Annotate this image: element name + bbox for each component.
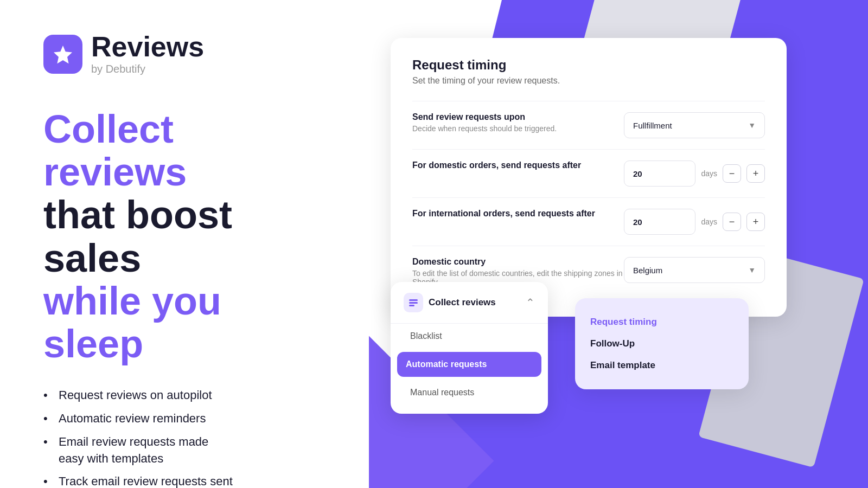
international-stepper-row: 20 days − + [624, 209, 765, 235]
form-control-trigger: Fullfillment ▼ [624, 112, 765, 138]
trigger-dropdown-arrow: ▼ [748, 121, 756, 130]
menu-item-automatic[interactable]: Automatic requests [397, 352, 541, 377]
country-dropdown[interactable]: Belgium ▼ [624, 257, 765, 283]
svg-rect-2 [409, 302, 418, 304]
trigger-dropdown-value: Fullfillment [633, 121, 672, 130]
domestic-minus-btn[interactable]: − [723, 164, 741, 183]
ui-area: Request timing Set the timing of your re… [358, 33, 868, 488]
form-control-country: Belgium ▼ [624, 257, 765, 283]
logo-text-block: Reviews by Debutify [91, 33, 204, 75]
form-control-domestic: 20 days − + [624, 160, 765, 187]
form-control-international: 20 days − + [624, 209, 765, 235]
menu-item-blacklist[interactable]: Blacklist [397, 324, 541, 349]
international-plus-btn[interactable]: + [746, 213, 765, 231]
country-dropdown-value: Belgium [633, 266, 662, 275]
bullet-item-1: Request reviews on autopilot [43, 387, 326, 404]
form-label-international: For international orders, send requests … [412, 209, 624, 221]
svg-marker-0 [54, 46, 72, 63]
sub-menu-request-timing[interactable]: Request timing [590, 311, 733, 333]
card-title: Request timing [412, 57, 765, 73]
international-minus-btn[interactable]: − [723, 213, 741, 231]
international-days-label: days [701, 217, 717, 226]
card-subtitle: Set the timing of your review requests. [412, 76, 765, 86]
collect-reviews-title: Collect reviews [429, 297, 496, 308]
domestic-stepper-row: 20 days − + [624, 160, 765, 187]
collect-icon [404, 293, 423, 312]
form-label-trigger: Send review requests upon Decide when re… [412, 112, 624, 133]
headline-line1: Collect reviews [43, 108, 326, 194]
menu-item-manual[interactable]: Manual requests [397, 380, 541, 405]
sub-menu-email-template[interactable]: Email template [590, 355, 733, 376]
domestic-value: 20 [624, 160, 695, 187]
bullet-item-4: Track email review requests sent [43, 473, 326, 488]
form-row-trigger: Send review requests upon Decide when re… [412, 101, 765, 149]
headline: Collect reviews that boost sales while y… [43, 108, 326, 365]
form-label-domestic: For domestic orders, send requests after [412, 160, 624, 172]
logo-area: Reviews by Debutify [43, 33, 326, 75]
label-desc-trigger: Decide when requests should be triggered… [412, 124, 624, 133]
form-row-international: For international orders, send requests … [412, 197, 765, 246]
collect-reviews-title-area: Collect reviews [404, 293, 496, 312]
feature-list: Request reviews on autopilot Automatic r… [43, 387, 326, 488]
label-title-international: For international orders, send requests … [412, 209, 624, 219]
international-value: 20 [624, 209, 695, 235]
bullet-item-2: Automatic review reminders [43, 410, 326, 427]
logo-title: Reviews [91, 33, 204, 61]
svg-rect-3 [409, 305, 414, 306]
label-title-trigger: Send review requests upon [412, 112, 624, 122]
form-row-domestic: For domestic orders, send requests after… [412, 149, 765, 197]
domestic-plus-btn[interactable]: + [746, 164, 765, 183]
collect-reviews-header: Collect reviews ⌃ [391, 282, 548, 324]
sub-menu-card: Request timing Follow-Up Email template [575, 298, 749, 389]
domestic-days-label: days [701, 169, 717, 178]
logo-subtitle: by Debutify [91, 63, 204, 75]
label-title-domestic: For domestic orders, send requests after [412, 160, 624, 170]
left-panel: Reviews by Debutify Collect reviews that… [0, 0, 369, 488]
label-title-country: Domestic country [412, 257, 624, 267]
trigger-dropdown[interactable]: Fullfillment ▼ [624, 112, 765, 138]
collect-reviews-card: Collect reviews ⌃ Blacklist Automatic re… [391, 282, 548, 414]
svg-rect-1 [409, 299, 418, 301]
request-timing-card: Request timing Set the timing of your re… [391, 38, 787, 317]
sub-menu-follow-up[interactable]: Follow-Up [590, 333, 733, 355]
logo-icon [43, 35, 82, 74]
bullet-item-3: Email review requests madeeasy with temp… [43, 434, 326, 467]
country-dropdown-arrow: ▼ [748, 266, 756, 274]
chevron-up-icon[interactable]: ⌃ [526, 296, 535, 309]
headline-line2: that boost sales [43, 194, 326, 279]
headline-line3: while you sleep [43, 280, 326, 365]
